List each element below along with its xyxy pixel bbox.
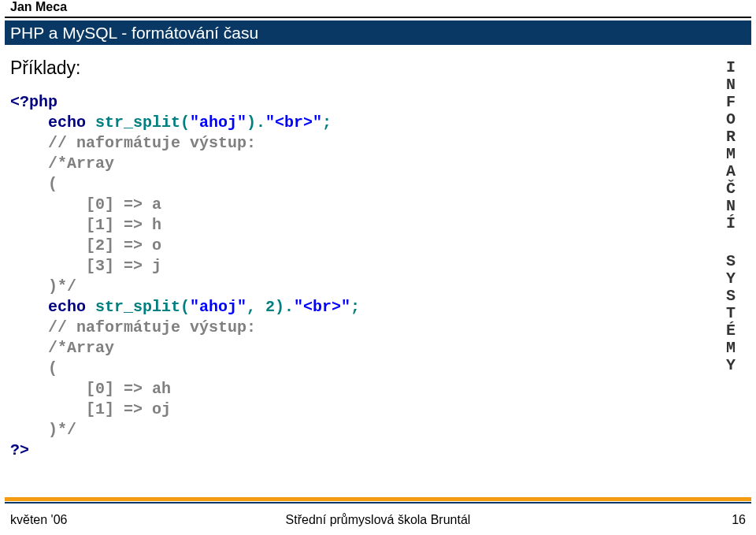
- code-line: ).: [246, 113, 265, 132]
- sidebar-letter: O: [723, 111, 739, 128]
- code-block: <?php echo str_split("ahoj")."<br>"; // …: [10, 92, 360, 461]
- code-line: [1] => oj: [10, 400, 171, 418]
- code-line: echo: [10, 298, 86, 316]
- sidebar-letter: Y: [723, 270, 739, 288]
- code-line: [2] => o: [10, 236, 161, 254]
- footer-school: Střední průmyslová škola Bruntál: [5, 513, 751, 527]
- section-heading: Příklady:: [10, 58, 80, 79]
- footer-divider: [5, 497, 751, 503]
- code-line: )*/: [10, 277, 76, 295]
- code-line: (: [10, 175, 57, 193]
- code-line: echo: [10, 113, 86, 132]
- sidebar-gap: [723, 232, 739, 253]
- code-line: // naformátuje výstup:: [10, 318, 256, 336]
- page-title: PHP a MySQL - formátování času: [5, 20, 751, 45]
- code-line: /*Array: [10, 154, 114, 173]
- code-line: (: [10, 359, 57, 377]
- code-line: /*Array: [10, 339, 114, 357]
- code-line: ?>: [10, 441, 29, 459]
- code-line: ;: [350, 298, 360, 316]
- sidebar-letter: S: [723, 288, 739, 305]
- sidebar-letter: S: [723, 253, 739, 270]
- footer-page-number: 16: [732, 513, 746, 527]
- code-line: )*/: [10, 421, 76, 439]
- footer-date: květen '06: [10, 513, 67, 527]
- horizontal-rule: [5, 17, 751, 18]
- code-line: str_split(: [86, 113, 190, 132]
- footer: květen '06 Střední průmyslová škola Brun…: [5, 513, 751, 527]
- sidebar-letter: M: [723, 146, 739, 163]
- code-line: "<br>": [294, 298, 350, 316]
- code-line: [0] => a: [10, 195, 161, 214]
- sidebar-letter: I: [723, 59, 739, 76]
- sidebar-letter: F: [723, 94, 739, 111]
- code-line: [0] => ah: [10, 380, 171, 398]
- code-line: [1] => h: [10, 216, 161, 234]
- sidebar-letter: É: [723, 322, 739, 340]
- sidebar-letter: Č: [723, 180, 739, 198]
- sidebar-letter: A: [723, 163, 739, 180]
- sidebar-letter: N: [723, 198, 739, 215]
- code-line: [3] => j: [10, 257, 161, 275]
- code-line: // naformátuje výstup:: [10, 134, 256, 152]
- sidebar-letter: R: [723, 128, 739, 146]
- code-line: "ahoj": [190, 113, 246, 132]
- code-line: str_split(: [86, 298, 190, 316]
- sidebar-letter: T: [723, 305, 739, 322]
- sidebar-letter: Y: [723, 357, 739, 374]
- sidebar-acronym: I N F O R M A Č N Í S Y S T É M Y: [723, 59, 739, 374]
- code-line: "ahoj": [190, 298, 246, 316]
- code-line: <?php: [10, 93, 57, 111]
- sidebar-letter: M: [723, 340, 739, 357]
- author-name: Jan Meca: [10, 0, 67, 14]
- sidebar-letter: Í: [723, 215, 739, 232]
- code-line: ;: [322, 113, 332, 132]
- sidebar-letter: N: [723, 76, 739, 94]
- code-line: , 2).: [246, 298, 294, 316]
- code-line: "<br>": [265, 113, 322, 132]
